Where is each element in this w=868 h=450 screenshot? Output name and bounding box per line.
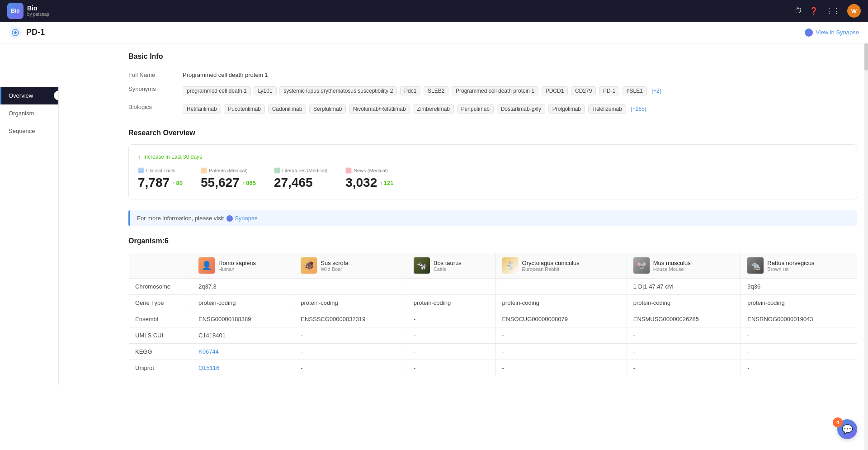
org-name-ory: Oryctolagus cuniculus	[522, 260, 580, 266]
org-sub-mus: House Mouse	[653, 266, 691, 272]
biologic-tag[interactable]: Retifanlimab	[183, 104, 221, 114]
stat-delta-news: ↑ 121	[380, 180, 393, 186]
org-header-rat: 🐀 Rattus norvegicus Brown rat	[747, 257, 850, 274]
cell-ensembl-sus: ENSSSCG00000037319	[294, 311, 407, 327]
row-label-genetype: Gene Type	[129, 295, 192, 311]
navbar-logo[interactable]: Bio	[7, 3, 24, 19]
cell-kegg-homo: K06744	[192, 344, 294, 360]
cell-ensembl-bos: -	[407, 311, 495, 327]
biologic-tag[interactable]: Pucotenlimab	[224, 104, 265, 114]
synonym-tag[interactable]: programmed cell death 1	[183, 86, 251, 95]
org-img-ory: 🐇	[502, 257, 519, 274]
biologics-value: Retifanlimab Pucotenlimab Cadonilimab Se…	[183, 100, 857, 118]
biologic-tag[interactable]: Tislelizumab	[588, 104, 626, 114]
synonym-tag[interactable]: Pdc1	[400, 86, 420, 95]
synonym-tag[interactable]: CD279	[571, 86, 596, 95]
cell-umlscui-sus: -	[294, 327, 407, 344]
cell-uniprot-mus: -	[627, 360, 741, 376]
synapse-link-icon	[226, 215, 233, 222]
scrollbar-thumb[interactable]	[864, 43, 868, 71]
svg-text:CT: CT	[139, 169, 144, 173]
table-row: UMLS CUI C1418401 - - - - -	[129, 327, 857, 344]
synonym-tag[interactable]: PD-1	[599, 86, 619, 95]
view-in-synapse-button[interactable]: View in Synapse	[805, 28, 859, 37]
cell-chromosome-sus: -	[294, 279, 407, 295]
row-label-uniprot: Uniprot	[129, 360, 192, 376]
biologic-tag[interactable]: Cadonilimab	[268, 104, 307, 114]
patents-icon	[201, 167, 207, 174]
cell-uniprot-homo: Q15116	[192, 360, 294, 376]
clinical-trials-icon: CT	[138, 167, 144, 174]
svg-rect-5	[274, 168, 280, 173]
cell-umlscui-homo: C1418401	[192, 327, 294, 344]
org-img-bos: 🐄	[414, 257, 430, 274]
stat-value-patents: 55,627 ↑ 865	[201, 175, 256, 190]
navbar-brand: Bio by patsnap	[27, 5, 49, 18]
biologic-tag[interactable]: Dostarlimab-gxly	[497, 104, 545, 114]
navbar-right: ⏱ ❓ ⋮⋮ W	[795, 4, 861, 18]
synonym-tag[interactable]: SLEB2	[424, 86, 448, 95]
cell-uniprot-ory: -	[495, 360, 627, 376]
kegg-link-homo[interactable]: K06744	[198, 348, 219, 355]
row-label-kegg: KEGG	[129, 344, 192, 360]
synonym-tag[interactable]: hSLE1	[623, 86, 647, 95]
cell-genetype-mus: protein-coding	[627, 295, 741, 311]
biologic-tag[interactable]: Penpulimab	[457, 104, 494, 114]
sidebar-item-overview[interactable]: Overview	[0, 87, 58, 104]
cell-uniprot-sus: -	[294, 360, 407, 376]
sidebar: ‹ Overview Organism Sequence	[0, 87, 59, 385]
basic-info-row-synonyms: Synonyms programmed cell death 1 Ly101 s…	[128, 82, 857, 100]
synonym-tag[interactable]: Programmed cell death protein 1	[452, 86, 538, 95]
org-name-rat: Rattus norvegicus	[767, 260, 814, 266]
org-name-bos: Bos taurus	[434, 260, 462, 266]
cell-kegg-ory: -	[495, 344, 627, 360]
research-overview-card: ↑ Increase in Last 30 days CT Clinical T…	[128, 144, 857, 199]
stat-patents: Patents (Medical) 55,627 ↑ 865	[201, 167, 256, 190]
brand-sub: by patsnap	[27, 12, 49, 17]
stat-type-literatures: Literatures (Medical)	[274, 167, 327, 174]
sidebar-item-organism[interactable]: Organism	[0, 104, 58, 122]
biologic-tag[interactable]: Zimberelimab	[413, 104, 454, 114]
synonyms-more[interactable]: [+2]	[650, 87, 663, 95]
cell-ensembl-mus: ENSMUSG00000026285	[627, 311, 741, 327]
sidebar-item-sequence[interactable]: Sequence	[0, 122, 58, 140]
grid-icon[interactable]: ⋮⋮	[826, 7, 840, 15]
biologic-tag[interactable]: Nivolumab/Relatlimab	[349, 104, 410, 114]
organism-col-sus: 🐗 Sus scrofa Wild Boar	[294, 253, 407, 279]
page-title-area: PD-1	[9, 26, 45, 39]
cell-genetype-homo: protein-coding	[192, 295, 294, 311]
organism-table: 👤 Homo sapiens Human	[128, 252, 857, 376]
avatar[interactable]: W	[847, 4, 861, 18]
table-row: Uniprot Q15116 - - - - -	[129, 360, 857, 376]
organism-header-row: 👤 Homo sapiens Human	[129, 253, 857, 279]
basic-info-row-biologics: Biologics Retifanlimab Pucotenlimab Cado…	[128, 100, 857, 118]
synapse-link[interactable]: Synapse	[226, 215, 258, 222]
research-overview-section: Research Overview ↑ Increase in Last 30 …	[128, 129, 857, 226]
stat-value-literatures: 27,465	[274, 175, 327, 190]
cell-chromosome-mus: 1 D|1 47.47 cM	[627, 279, 741, 295]
organism-col-mus: 🐭 Mus musculus House Mouse	[627, 253, 741, 279]
synonym-tag[interactable]: systemic lupus erythematosus susceptibil…	[279, 86, 397, 95]
table-row: Ensembl ENSG00000188389 ENSSSCG000000373…	[129, 311, 857, 327]
cell-kegg-sus: -	[294, 344, 407, 360]
table-row: Gene Type protein-coding protein-coding …	[129, 295, 857, 311]
org-img-homo: 👤	[198, 257, 215, 274]
cell-genetype-ory: protein-coding	[495, 295, 627, 311]
stat-delta-patents: ↑ 865	[242, 180, 256, 186]
biologic-tag[interactable]: Serplulimab	[309, 104, 346, 114]
synonym-tag[interactable]: PDCD1	[542, 86, 568, 95]
biologics-more[interactable]: [+285]	[629, 105, 648, 113]
clock-icon[interactable]: ⏱	[795, 7, 802, 15]
biologic-tag[interactable]: Prolgolimab	[548, 104, 585, 114]
navbar-left: Bio Bio by patsnap	[7, 3, 49, 19]
cell-kegg-bos: -	[407, 344, 495, 360]
org-header-mus: 🐭 Mus musculus House Mouse	[633, 257, 735, 274]
stat-type-news: News (Medical)	[345, 167, 393, 174]
help-icon[interactable]: ❓	[809, 7, 818, 15]
fullname-label: Full Name	[128, 68, 183, 82]
synonym-tag[interactable]: Ly101	[254, 86, 276, 95]
main-content: Basic Info Full Name Programmed cell dea…	[118, 43, 868, 385]
org-header-homo: 👤 Homo sapiens Human	[198, 257, 288, 274]
org-name-sus: Sus scrofa	[321, 260, 348, 266]
uniprot-link-homo[interactable]: Q15116	[198, 365, 219, 371]
